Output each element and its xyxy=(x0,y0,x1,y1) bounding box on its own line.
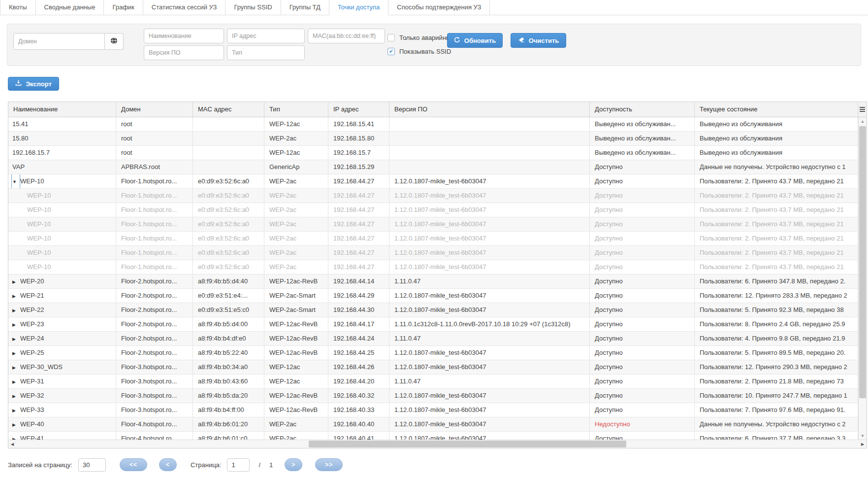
table-row[interactable]: ▶WEP-32Floor-3.hotspot.ro...a8:f9:4b:b5:… xyxy=(8,389,867,403)
show-ssid-checkbox[interactable]: ✔ Показывать SSID xyxy=(387,45,454,57)
table-row[interactable]: ▶WEP-24Floor-2.hotspot.ro...a8:f9:4b:b4:… xyxy=(8,332,867,346)
cell-version xyxy=(389,117,590,132)
column-header-4[interactable]: IP адрес xyxy=(328,102,389,117)
table-row[interactable]: WEP-10Floor-1.hotspot.ro...e0:d9:e3:52:6… xyxy=(8,246,867,260)
table-row[interactable]: WEP-10Floor-1.hotspot.ro...e0:d9:e3:52:6… xyxy=(8,260,867,274)
column-menu-button[interactable] xyxy=(858,102,867,117)
table-row[interactable]: 15.41rootWEP-12ac192.168.15.41Выведено и… xyxy=(8,117,867,132)
page-separator: / xyxy=(258,461,260,469)
expand-caret-icon[interactable]: ▶ xyxy=(12,375,19,389)
expand-caret-icon[interactable]: ▶ xyxy=(12,361,19,375)
last-page-button[interactable]: >> xyxy=(315,458,343,471)
expand-caret-icon[interactable]: ▶ xyxy=(12,418,19,432)
cell-type: WEP-12ac xyxy=(264,117,328,132)
tab-gruppy-ssid[interactable]: Группы SSID xyxy=(225,0,281,15)
scroll-left-icon[interactable]: ◀ xyxy=(8,440,16,448)
expand-caret-icon[interactable]: ▶ xyxy=(12,389,19,403)
cell-version: 1.12.0.1807-mikle_test-6b03047 xyxy=(389,174,590,189)
emergency-only-checkbox[interactable]: Только аварийные xyxy=(387,32,454,43)
column-header-6[interactable]: Доступность xyxy=(590,102,695,117)
cell-mac: a8:f9:4b:b4:df:e0 xyxy=(193,332,264,346)
expand-caret-icon[interactable]: ▶ xyxy=(12,404,19,417)
cell-availability: Выведено из обслуживан... xyxy=(590,132,695,146)
table-row[interactable]: ▶WEP-31Floor-3.hotspot.ro...a8:f9:4b:b0:… xyxy=(8,375,867,389)
expand-caret-icon[interactable]: ▶ xyxy=(12,432,19,440)
column-header-5[interactable]: Версия ПО xyxy=(389,102,590,117)
page-number-input[interactable] xyxy=(227,458,250,472)
table-row[interactable]: ▶WEP-25Floor-2.hotspot.ro...a8:f9:4b:b5:… xyxy=(8,346,867,360)
cell-version: 1.12.0.1807-mikle_test-6b03047 xyxy=(389,232,590,246)
cell-version: 1.12.0.1807-mikle_test-6b03047 xyxy=(389,260,590,274)
tab-svodnye-dannye[interactable]: Сводные данные xyxy=(36,0,104,15)
domain-input[interactable] xyxy=(13,33,105,50)
tab-statistika-sessiy-uz[interactable]: Статистика сессий УЗ xyxy=(143,0,226,15)
scroll-right-icon[interactable]: ▶ xyxy=(859,440,867,448)
type-filter-input[interactable] xyxy=(227,45,305,60)
first-page-button[interactable]: << xyxy=(120,458,147,471)
tab-kvoty[interactable]: Квоты xyxy=(0,0,36,15)
table-row[interactable]: VAPAPBRAS.rootGenericAp192.168.15.29Дост… xyxy=(8,160,867,174)
table-row[interactable]: ▶WEP-41Floor-4.hotspot.ro...a8:f9:4b:b6:… xyxy=(8,432,867,440)
table-row[interactable]: WEP-10Floor-1.hotspot.ro...e0:d9:e3:52:6… xyxy=(8,232,867,246)
table-row[interactable]: WEP-10Floor-1.hotspot.ro...e0:d9:e3:52:6… xyxy=(8,217,867,232)
tab-grafik[interactable]: График xyxy=(104,0,143,15)
tab-tochki-dostupa[interactable]: Точки доступа xyxy=(329,0,388,15)
prev-page-button[interactable]: < xyxy=(159,458,177,471)
table-row[interactable]: ▶WEP-21Floor-2.hotspot.ro...e0:d9:e3:51:… xyxy=(8,289,867,303)
mac-filter-input[interactable] xyxy=(308,29,385,43)
horizontal-scrollbar[interactable]: ◀ ▶ xyxy=(8,440,867,448)
cell-name: 15.41 xyxy=(8,117,116,132)
expand-caret-icon[interactable]: ▶ xyxy=(12,304,19,317)
collapse-caret-icon[interactable]: ▼ xyxy=(12,175,19,189)
checkbox-icon[interactable] xyxy=(387,34,395,41)
domain-picker-button[interactable] xyxy=(105,33,124,50)
table-row[interactable]: 15.80rootWEP-2ac192.168.15.80Выведено из… xyxy=(8,132,867,146)
cell-domain: Floor-1.hotspot.ro... xyxy=(116,203,193,217)
clear-button[interactable]: Очистить xyxy=(511,33,566,48)
vertical-scrollbar[interactable]: ▲ ▼ xyxy=(858,117,867,440)
expand-caret-icon[interactable]: ▶ xyxy=(12,346,19,360)
cell-name: ▶WEP-21 xyxy=(8,289,116,303)
column-header-1[interactable]: Домен xyxy=(116,102,193,117)
column-header-2[interactable]: MAC адрес xyxy=(193,102,264,117)
tab-sposoby-podtverzhdeniya-uz[interactable]: Способы подтверждения УЗ xyxy=(388,0,490,15)
table-row[interactable]: ▶WEP-33Floor-3.hotspot.ro...a8:f9:4b:b4:… xyxy=(8,403,867,417)
vertical-scroll-thumb[interactable] xyxy=(859,126,866,398)
column-header-3[interactable]: Тип xyxy=(264,102,328,117)
refresh-button-label: Обновить xyxy=(464,37,496,44)
checkbox-icon[interactable]: ✔ xyxy=(387,48,395,55)
name-filter-input[interactable] xyxy=(144,29,224,43)
column-header-0[interactable]: Наименование xyxy=(8,102,116,117)
version-filter-input[interactable] xyxy=(144,45,224,60)
cell-type: WEP-2ac xyxy=(264,260,328,274)
cell-mac: e0:d9:e3:52:6c:a0 xyxy=(193,203,264,217)
cell-name: 15.80 xyxy=(8,132,116,146)
ip-filter-input[interactable] xyxy=(227,29,305,43)
table-row[interactable]: WEP-10Floor-1.hotspot.ro...e0:d9:e3:52:6… xyxy=(8,189,867,203)
table-row[interactable]: ▶WEP-23Floor-2.hotspot.ro...a8:f9:4b:b5:… xyxy=(8,317,867,332)
export-button[interactable]: Экспорт xyxy=(8,77,59,91)
cell-name: WEP-10 xyxy=(8,260,116,274)
table-row[interactable]: ▶WEP-20Floor-2.hotspot.ro...a8:f9:4b:b5:… xyxy=(8,274,867,289)
tab-gruppy-td[interactable]: Группы ТД xyxy=(281,0,329,15)
table-row[interactable]: ▼WEP-10Floor-1.hotspot.ro...e0:d9:e3:52:… xyxy=(8,174,867,189)
column-header-7[interactable]: Текущее состояние xyxy=(695,102,858,117)
expand-caret-icon[interactable]: ▶ xyxy=(12,289,19,303)
cell-domain: root xyxy=(116,117,193,132)
scroll-down-icon[interactable]: ▼ xyxy=(859,432,867,440)
scroll-up-icon[interactable]: ▲ xyxy=(859,117,867,125)
cell-mac: a8:f9:4b:b5:22:40 xyxy=(193,346,264,360)
expand-caret-icon[interactable]: ▶ xyxy=(12,332,19,346)
refresh-button[interactable]: Обновить xyxy=(447,33,503,48)
expand-caret-icon[interactable]: ▶ xyxy=(12,275,19,289)
cell-type: WEP-2ac xyxy=(264,174,328,189)
table-row[interactable]: ▶WEP-22Floor-2.hotspot.ro...e0:d9:e3:51:… xyxy=(8,303,867,317)
expand-caret-icon[interactable]: ▶ xyxy=(12,318,19,332)
table-row[interactable]: ▶WEP-30_WDSFloor-3.hotspot.ro...a8:f9:4b… xyxy=(8,360,867,375)
horizontal-scroll-thumb[interactable] xyxy=(309,441,626,447)
table-row[interactable]: ▶WEP-40Floor-4.hotspot.ro...a8:f9:4b:b6:… xyxy=(8,417,867,432)
table-row[interactable]: WEP-10Floor-1.hotspot.ro...e0:d9:e3:52:6… xyxy=(8,203,867,217)
per-page-input[interactable] xyxy=(78,458,106,472)
table-row[interactable]: 192.168.15.7rootWEP-12ac192.168.15.7Выве… xyxy=(8,146,867,160)
next-page-button[interactable]: > xyxy=(285,458,302,471)
